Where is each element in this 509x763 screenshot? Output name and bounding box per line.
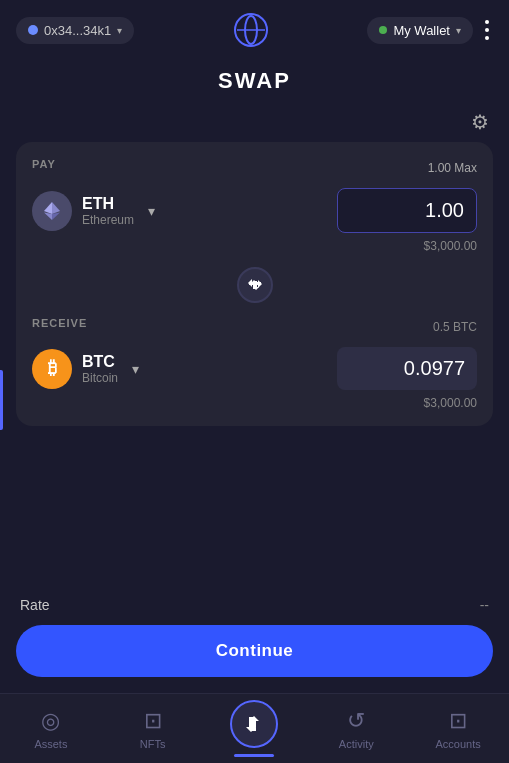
accounts-label: Accounts bbox=[435, 738, 480, 750]
receive-balance: 0.5 BTC bbox=[433, 320, 477, 334]
receive-token-chevron-icon: ▾ bbox=[132, 361, 139, 377]
receive-token-symbol: BTC bbox=[82, 353, 118, 371]
activity-label: Activity bbox=[339, 738, 374, 750]
nav-item-swap[interactable] bbox=[204, 692, 306, 763]
swap-active-indicator bbox=[234, 754, 274, 757]
header-right: My Wallet ▾ bbox=[367, 16, 493, 44]
assets-icon: ◎ bbox=[41, 708, 60, 734]
rate-row: Rate -- bbox=[16, 585, 493, 625]
menu-dot-1 bbox=[485, 20, 489, 24]
wallet-address: 0x34...34k1 bbox=[44, 23, 111, 38]
pay-amount-input[interactable]: 1.00 bbox=[337, 188, 477, 233]
rate-label: Rate bbox=[20, 597, 50, 613]
swap-direction-container bbox=[32, 267, 477, 303]
nav-item-nfts[interactable]: ⊡ NFTs bbox=[102, 700, 204, 758]
receive-usd-value: $3,000.00 bbox=[32, 396, 477, 410]
nav-item-activity[interactable]: ↺ Activity bbox=[305, 700, 407, 758]
bottom-section: Rate -- Continue bbox=[0, 585, 509, 693]
logo-container bbox=[233, 12, 269, 48]
page-title: SWAP bbox=[0, 68, 509, 94]
receive-label: RECEIVE bbox=[32, 317, 87, 329]
bottom-nav: ◎ Assets ⊡ NFTs ↺ Activity ⊡ Accounts bbox=[0, 693, 509, 763]
address-chevron-icon: ▾ bbox=[117, 25, 122, 36]
menu-button[interactable] bbox=[481, 16, 493, 44]
wallet-chevron-icon: ▾ bbox=[456, 25, 461, 36]
settings-button[interactable]: ⚙ bbox=[471, 110, 489, 134]
activity-icon: ↺ bbox=[347, 708, 365, 734]
accounts-icon: ⊡ bbox=[449, 708, 467, 734]
nfts-label: NFTs bbox=[140, 738, 166, 750]
assets-label: Assets bbox=[34, 738, 67, 750]
app-logo-icon bbox=[233, 12, 269, 48]
wallet-name: My Wallet bbox=[393, 23, 450, 38]
header: 0x34...34k1 ▾ My Wallet ▾ bbox=[0, 0, 509, 60]
svg-marker-4 bbox=[44, 202, 52, 214]
pay-token-info: ETH Ethereum bbox=[82, 195, 134, 227]
svg-marker-3 bbox=[52, 202, 60, 214]
address-badge[interactable]: 0x34...34k1 ▾ bbox=[16, 17, 134, 44]
max-label: 1.00 Max bbox=[428, 161, 477, 175]
pay-usd-value: $3,000.00 bbox=[32, 239, 477, 253]
nav-item-accounts[interactable]: ⊡ Accounts bbox=[407, 700, 509, 758]
receive-token-row: ₿ BTC Bitcoin ▾ 0.0977 bbox=[32, 347, 477, 390]
receive-section-header: RECEIVE 0.5 BTC bbox=[32, 317, 477, 337]
pay-token-chevron-icon: ▾ bbox=[148, 203, 155, 219]
online-indicator bbox=[379, 26, 387, 34]
receive-token-name: Bitcoin bbox=[82, 371, 118, 385]
pay-token-name: Ethereum bbox=[82, 213, 134, 227]
rate-value: -- bbox=[480, 597, 489, 613]
wallet-selector[interactable]: My Wallet ▾ bbox=[367, 17, 473, 44]
settings-row: ⚙ bbox=[0, 110, 509, 134]
pay-amount-wrapper: 1.00 bbox=[337, 188, 477, 233]
nfts-icon: ⊡ bbox=[144, 708, 162, 734]
swap-direction-button[interactable] bbox=[237, 267, 273, 303]
eth-icon bbox=[32, 191, 72, 231]
pay-section-header: PAY 1.00 Max bbox=[32, 158, 477, 178]
pay-token-selector[interactable]: ETH Ethereum ▾ bbox=[32, 191, 155, 231]
menu-dot-2 bbox=[485, 28, 489, 32]
eth-indicator bbox=[28, 25, 38, 35]
pay-label: PAY bbox=[32, 158, 56, 170]
receive-token-selector[interactable]: ₿ BTC Bitcoin ▾ bbox=[32, 349, 139, 389]
btc-icon: ₿ bbox=[32, 349, 72, 389]
left-accent bbox=[0, 370, 3, 430]
svg-marker-5 bbox=[52, 212, 60, 220]
svg-marker-6 bbox=[44, 212, 52, 220]
menu-dot-3 bbox=[485, 36, 489, 40]
swap-circle-icon bbox=[230, 700, 278, 748]
pay-token-row: ETH Ethereum ▾ 1.00 bbox=[32, 188, 477, 233]
nav-item-assets[interactable]: ◎ Assets bbox=[0, 700, 102, 758]
receive-token-info: BTC Bitcoin bbox=[82, 353, 118, 385]
swap-card: PAY 1.00 Max ETH Ethereum ▾ 1.00 $3,000.… bbox=[16, 142, 493, 426]
receive-amount-display: 0.0977 bbox=[337, 347, 477, 390]
pay-token-symbol: ETH bbox=[82, 195, 134, 213]
continue-button[interactable]: Continue bbox=[16, 625, 493, 677]
